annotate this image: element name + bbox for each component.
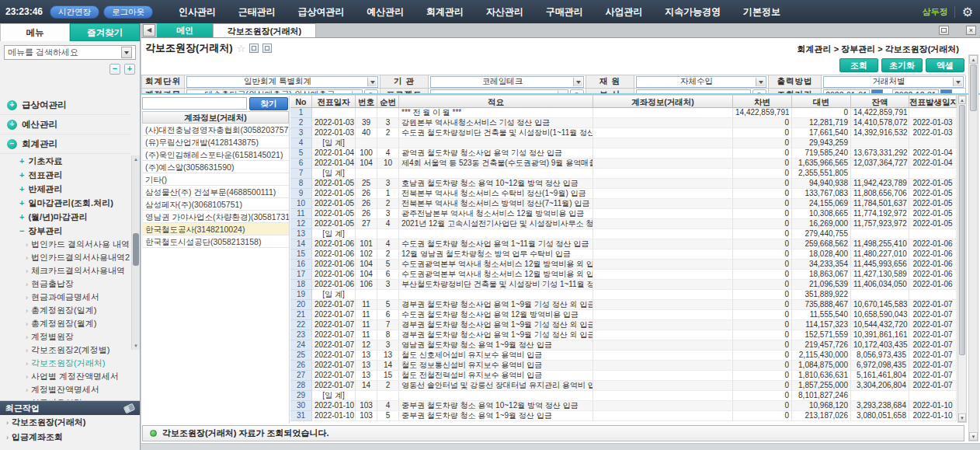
sidebar-item[interactable]: ›사업별 계정잔액명세서	[0, 370, 130, 383]
grid-row[interactable]: 29[일 계]08,101,827,246	[290, 391, 957, 401]
vendor-list-item[interactable]: 영남권 가야사업소(차량환경)(3058173178)	[142, 211, 289, 223]
vendor-list-item[interactable]: (사)대전충남경영자총협회(3058203757)	[142, 124, 289, 136]
grid-row[interactable]: 152022-01-06102212월 영남권 철도차량청소 방역 업무 수탁비…	[290, 249, 957, 260]
sidebar-item[interactable]: ›현금과예금명세서	[0, 291, 130, 304]
grid-column-header[interactable]: 대변	[792, 95, 851, 108]
sidebar-item[interactable]: +반제관리	[0, 182, 130, 196]
open-window-icon[interactable]	[249, 44, 259, 53]
grid-row[interactable]: 232022-01-07118경부권 철도차량 청소사업 용역 1~9월 기성 …	[290, 330, 957, 340]
grid-row[interactable]: 32022-01-03402수도권 철도차량정비단 건축물 및 시설장비(1~1…	[290, 128, 957, 138]
vendor-list-item[interactable]: (주)욱인김해레스포타운(6158145021)	[142, 148, 289, 161]
tab-active-document[interactable]: 각보조원장(거래처)	[213, 23, 316, 37]
sidebar-item[interactable]: −장부관리	[0, 224, 130, 238]
page-scrollbar[interactable]: ▲ ▼	[968, 54, 978, 441]
grid-row[interactable]: 7[일 계]02,355,551,805	[290, 169, 957, 179]
grid-row[interactable]: 252022-01-071313철도 신호제어설비 유지보수 용역비 입금02,…	[290, 351, 957, 361]
extend-time-button[interactable]: 시간연장	[50, 5, 99, 19]
grid-row[interactable]: 112022-01-05263광주전남본부 역사내 청소서비스 12월 방역비용…	[290, 209, 957, 219]
grid-row[interactable]: 62022-01-0410410제4회 서울역 등 523동 건축물(수도권광역…	[290, 159, 957, 169]
topbar-menu-item[interactable]: 급상여관리	[298, 5, 345, 19]
grid-column-header[interactable]: 전표일자	[312, 95, 356, 108]
scroll-down-icon[interactable]: ▼	[969, 432, 978, 441]
sidebar-item[interactable]: −회계관리	[0, 134, 130, 154]
grid-column-header[interactable]: 적요	[399, 95, 593, 108]
grid-scrollbar[interactable]: ▲ ▼	[957, 95, 967, 423]
sidebar-item[interactable]: +급상여관리	[0, 96, 130, 115]
collapse-icon[interactable]: −	[19, 226, 24, 235]
topbar-menu-item[interactable]: 사업관리	[605, 5, 642, 19]
recent-work-item[interactable]: 각보조원장(거래처)	[0, 415, 140, 430]
sidebar-item[interactable]: ›총계정원장(월계)	[0, 317, 130, 330]
topbar-menu-item[interactable]: 인사관리	[179, 5, 216, 19]
vendor-list-item[interactable]: 삼성페자(주)(3068105751)	[142, 198, 289, 211]
help-window-icon[interactable]	[262, 44, 272, 53]
sidebar-item[interactable]: +일마감관리(조회.처리)	[0, 196, 130, 210]
sidebar-item[interactable]: +기초자료	[0, 154, 130, 168]
vendor-list-item[interactable]: 삼성물산(주) 건설부문(4688500111)	[142, 186, 289, 198]
grid-row[interactable]: 82022-01-05253호남권 철도차량 청소 용역 10~12월 방역 정…	[290, 179, 957, 189]
grid-row[interactable]: 312022-01-101035중부권 철도차량 청소 용역 1~9월 정산 입…	[290, 411, 957, 421]
sidebar-item[interactable]: ›법인카드결의서사용내역2	[0, 251, 130, 264]
sidebar-item[interactable]: ›계정별잔액명세서	[0, 383, 130, 396]
scroll-down-icon[interactable]: ▼	[958, 413, 966, 422]
scrollbar-thumb[interactable]	[970, 65, 977, 111]
query-button[interactable]: 조회	[839, 58, 878, 72]
chevron-down-icon[interactable]	[756, 78, 765, 86]
sidebar-item[interactable]: ›각보조원장(거래처)	[0, 357, 130, 370]
expand-all-button[interactable]: +	[124, 64, 135, 75]
expand-icon[interactable]: +	[19, 156, 24, 166]
window-restore-icon[interactable]	[939, 26, 949, 35]
topbar-menu-item[interactable]: 기본정보	[743, 5, 780, 19]
sidebar-item[interactable]: ›체크카드결의서사용내역	[0, 264, 130, 277]
grid-row[interactable]: 142022-01-061014수도권 철도차량 청소사업 용역 1~11월 기…	[290, 239, 957, 249]
topbar-menu-item[interactable]: 지속가능경영	[665, 5, 721, 19]
grid-row[interactable]: 212022-01-07116수도권 철도차량 청소사업 용역 12월 방역비용…	[290, 310, 957, 320]
sidebar-item[interactable]: +(월/년)마감관리	[0, 210, 130, 224]
logout-button[interactable]: 로그아웃	[103, 5, 153, 19]
expand-icon[interactable]: +	[7, 100, 17, 110]
sidebar-item[interactable]: +예산관리	[0, 115, 130, 134]
grid-row[interactable]: 122022-01-052742021년 12월 고속시설전기사업단 및 시설장…	[290, 219, 957, 229]
grid-row[interactable]: 222022-01-07117경부권 철도차량 청소사업 용역 1~9월 기성 …	[290, 320, 957, 330]
vendor-search-input[interactable]	[142, 97, 247, 110]
recent-work-item[interactable]: 입금계좌조회	[0, 430, 140, 445]
favorite-star-icon[interactable]: ☆	[237, 43, 246, 54]
expand-icon[interactable]: +	[19, 184, 24, 194]
grid-row[interactable]: 172022-01-061046수도권광역본부 역사내 청소서비스 12월 방역…	[290, 270, 957, 280]
reset-button[interactable]: 초기화	[881, 58, 923, 72]
find-button[interactable]: 찾기	[249, 97, 288, 110]
sidebar-item[interactable]: ›법인카드 결의서사용 내역	[0, 238, 130, 251]
chevron-down-icon[interactable]	[121, 47, 132, 58]
scrollbar-thumb[interactable]	[959, 105, 965, 355]
grid-column-header[interactable]: 순번	[377, 95, 399, 108]
sidebar-item[interactable]: ›각보조원장2(계정별)	[0, 344, 130, 357]
sidebar-item[interactable]: +전표관리	[0, 168, 130, 182]
dropdown-field[interactable]: 거래처별	[823, 76, 964, 88]
dropdown-field[interactable]: 자체수입	[636, 76, 766, 88]
sidebar-scrollbar[interactable]: ▲ ▼	[131, 155, 140, 350]
scroll-up-icon[interactable]: ▲	[132, 155, 140, 163]
grid-row[interactable]: 102022-01-05262전북본부 역사내 청소서비스 방역비 정산(7~1…	[290, 199, 957, 209]
expand-icon[interactable]: +	[7, 120, 17, 130]
vendor-list-item[interactable]: 한국철도공사(3148210024)	[142, 223, 289, 235]
grid-column-header[interactable]: 계좌정보(거래처)	[593, 95, 733, 108]
grid-column-header[interactable]: 번호	[356, 95, 377, 108]
vendor-list-item[interactable]: 기타()	[142, 173, 289, 186]
grid-row[interactable]: 282022-01-07142영동선 솔안터널 및 강릉선 장대터널 유지관리 …	[290, 381, 957, 391]
topbar-menu-item[interactable]: 예산관리	[367, 5, 404, 19]
grid-column-header[interactable]: 차변	[733, 95, 792, 108]
grid-row[interactable]: 262022-01-071314철도 정보통신설비 유지보수 용역비 입금01,…	[290, 361, 957, 371]
vendor-list-item[interactable]: 한국철도시설공단(3058213158)	[142, 235, 289, 248]
grid-row[interactable]: 302022-01-101034중부권 철도차량 청소 용역 10~12월 방역…	[290, 401, 957, 411]
menu-search-input[interactable]: 메뉴를 검색하세요	[4, 45, 136, 60]
grid-row[interactable]: 4[일 계]029,943,259	[290, 138, 957, 148]
sidebar-item[interactable]: ›계정별원장	[0, 330, 130, 344]
chevron-down-icon[interactable]	[573, 78, 582, 86]
tab-main[interactable]: 메인	[157, 23, 213, 37]
excel-button[interactable]: 엑셀	[926, 58, 964, 72]
topbar-menu-item[interactable]: 자산관리	[486, 5, 523, 19]
collapse-icon[interactable]: −	[7, 139, 17, 149]
sidebar-item[interactable]: ›현금출납장	[0, 277, 130, 291]
grid-row[interactable]: 272022-01-071315철도 전철전력설비 유지보수 용역비 입금01,…	[290, 371, 957, 381]
tab-scroll-left-icon[interactable]: ◀	[143, 24, 155, 37]
